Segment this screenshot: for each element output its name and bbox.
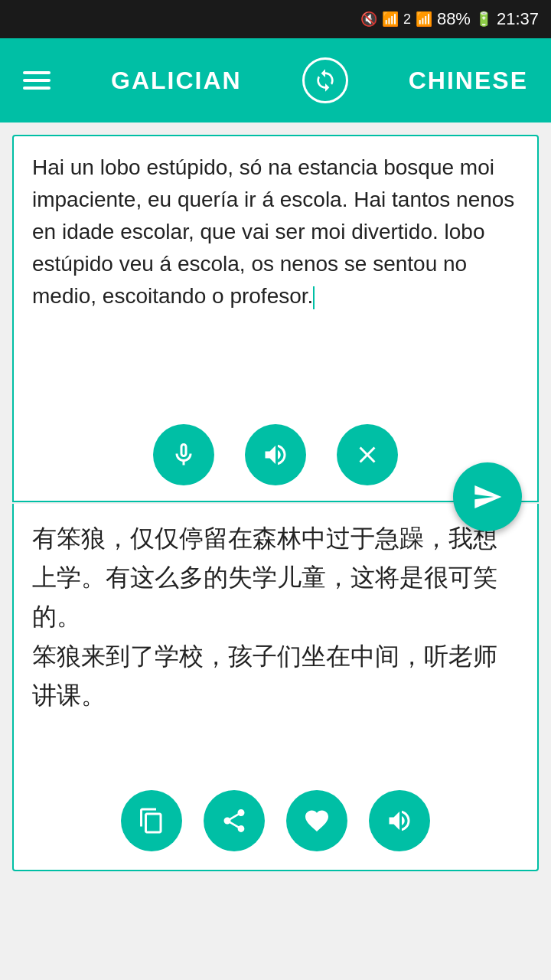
copy-icon [138,807,165,835]
menu-line-1 [23,71,51,74]
text-cursor [313,286,315,309]
input-text-content: Hai un lobo estúpido, só na estancia bos… [32,155,514,308]
signal-icon: 📶 [416,11,432,28]
speaker-icon [262,441,289,469]
swap-languages-button[interactable] [302,57,348,103]
sim-icon: 2 [403,11,411,28]
time-display: 21:37 [497,9,539,29]
copy-button[interactable] [121,790,182,851]
status-bar: 🔇 📶 2 📶 88% 🔋 21:37 [0,0,551,38]
translate-button[interactable] [453,462,522,531]
menu-button[interactable] [23,71,51,90]
source-language-label: GALICIAN [111,67,242,95]
heart-icon [303,807,331,835]
wifi-icon: 📶 [382,11,399,28]
output-action-buttons [14,790,537,851]
share-button[interactable] [204,790,265,851]
share-icon [220,807,248,835]
mute-icon: 🔇 [360,11,377,28]
target-language-label: CHINESE [409,67,528,95]
input-panel: Hai un lobo estúpido, só na estancia bos… [12,135,539,502]
panels-wrapper: Hai un lobo estúpido, só na estancia bos… [12,135,539,968]
speaker-output-icon [386,807,413,835]
menu-line-3 [23,87,51,90]
battery-text: 88% [437,9,471,29]
output-panel: 有笨狼，仅仅停留在森林中过于急躁，我想上学。有这么多的失学儿童，这将是很可笑的。… [12,504,539,871]
clear-icon [354,441,381,469]
favorite-button[interactable] [286,790,347,851]
swap-icon [313,68,337,93]
menu-line-2 [23,79,51,82]
input-text[interactable]: Hai un lobo estúpido, só na estancia bos… [32,152,519,312]
speak-input-button[interactable] [245,424,306,485]
speak-output-button[interactable] [369,790,430,851]
app-header: GALICIAN CHINESE [0,38,551,122]
clear-input-button[interactable] [337,424,398,485]
status-icons: 🔇 📶 2 📶 88% 🔋 21:37 [360,9,539,29]
microphone-icon [170,441,197,469]
battery-icon: 🔋 [475,11,492,28]
main-content: Hai un lobo estúpido, só na estancia bos… [0,122,551,980]
send-icon [472,482,503,512]
output-text-content: 有笨狼，仅仅停留在森林中过于急躁，我想上学。有这么多的失学儿童，这将是很可笑的。… [32,519,519,715]
microphone-button[interactable] [153,424,214,485]
